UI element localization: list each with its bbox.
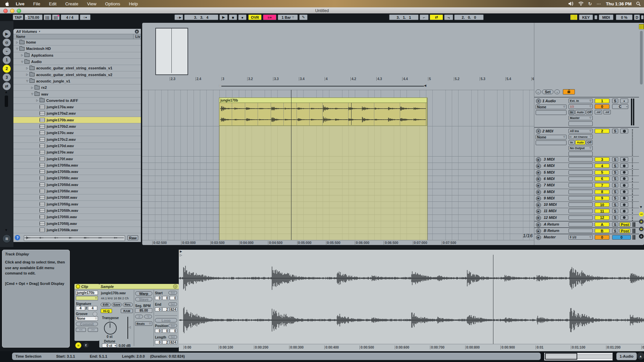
track-name[interactable]: 4 MIDI — [544, 164, 554, 168]
set-loop-end-button[interactable]: → — [554, 89, 560, 94]
punch-out-button[interactable]: ¬ — [444, 14, 453, 20]
halve-tempo-button[interactable]: :2 — [135, 315, 143, 318]
track-activator[interactable]: 8 — [595, 190, 609, 194]
track-header-3-midi[interactable]: ▶3 MIDI3S — [534, 156, 639, 163]
start-bars-field[interactable]: 0 — [155, 296, 162, 300]
beat-time-ruler[interactable]: 2.32.433.23.33.444.24.34.455.25.35.46 — [142, 76, 534, 82]
output-chooser[interactable]: Master▽ — [569, 116, 593, 120]
browser-item[interactable]: jungle170b2.wav — [13, 123, 141, 130]
track-name[interactable]: 8 MIDI — [544, 190, 554, 194]
commit-groove-button[interactable]: Commit — [76, 322, 98, 326]
solo-button[interactable]: S — [612, 164, 618, 168]
browser-item[interactable]: jungle170filli.wav — [13, 214, 141, 220]
post-toggle[interactable]: Post — [620, 222, 630, 227]
nudge-back-button[interactable]: << — [76, 328, 86, 332]
output-channel-field[interactable] — [569, 121, 593, 126]
track-header-a-return[interactable]: ▶A ReturnASPost — [534, 221, 639, 227]
device-browser-icon[interactable]: ▶ — [2, 29, 11, 38]
preview-headphone-icon[interactable]: ≋ — [2, 234, 11, 243]
collapsed-arrow-icon[interactable]: ▷ — [31, 86, 35, 89]
track-io-field[interactable] — [569, 157, 593, 162]
arm-midi-button[interactable] — [620, 170, 628, 175]
browser-item[interactable]: jungle170fille.wav — [13, 188, 141, 194]
collapsed-arrow-icon[interactable]: ▷ — [21, 54, 24, 57]
arm-midi-button[interactable] — [620, 183, 628, 187]
cue-volume-field[interactable]: 0 — [612, 235, 631, 240]
length-bars-field[interactable]: 0 — [155, 340, 162, 344]
volume-icon[interactable] — [569, 2, 574, 6]
loop-start-marker[interactable]: ▷ — [219, 84, 221, 87]
browser-item[interactable]: ▽Audio — [13, 59, 141, 65]
overdub-button[interactable]: OVR — [248, 14, 262, 20]
fold-track-icon[interactable]: ▶ — [536, 229, 541, 234]
browser-item[interactable]: jungle170c2.wav — [13, 136, 141, 143]
expanded-arrow-icon[interactable]: ▽ — [16, 47, 19, 50]
loop-toggle-button[interactable]: ⇄ — [430, 14, 443, 20]
returns-section-toggle[interactable]: R — [639, 219, 644, 224]
track-name[interactable]: 3 MIDI — [544, 157, 554, 161]
track-activator[interactable]: B — [595, 229, 609, 233]
scrub-area[interactable]: ▷ ◀ — [142, 83, 534, 90]
set-loop-start-button[interactable]: ← — [536, 89, 541, 94]
fold-track-icon[interactable]: ▶ — [536, 170, 541, 175]
track-io-field[interactable] — [569, 209, 593, 213]
midi-map-button[interactable]: MIDI — [599, 14, 613, 20]
key-map-button[interactable]: KEY — [579, 14, 593, 20]
follow-button[interactable]: →▶ — [174, 14, 183, 20]
midi-arrangement-overdub-button[interactable]: ≡+ — [263, 14, 276, 20]
menu-clock[interactable]: Thu 1:36 PM — [606, 1, 632, 6]
clip-overview-zoom-box[interactable] — [545, 353, 577, 360]
loop-brace[interactable] — [221, 86, 424, 86]
monitor-off-button[interactable]: Off — [586, 110, 593, 115]
clip-title-bar[interactable]: jungle170b — [219, 98, 427, 103]
end-sixteenths-field[interactable]: 824 — [170, 307, 177, 311]
collapsed-arrow-icon[interactable]: ▷ — [26, 73, 30, 76]
monitor-in-button[interactable]: In — [569, 140, 575, 145]
fold-track-icon[interactable]: ▶ — [536, 216, 541, 221]
raw-preview-button[interactable]: Raw — [127, 235, 138, 240]
solo-button[interactable]: S — [612, 170, 618, 175]
browser-item[interactable]: jungle170a2.wav — [13, 110, 141, 117]
collapsed-arrow-icon[interactable]: ▷ — [36, 99, 40, 102]
clip-color-chooser[interactable]: ▽ — [76, 296, 98, 300]
file-browser-1-icon[interactable]: 1 — [2, 56, 11, 64]
apple-menu-icon[interactable] — [5, 1, 9, 6]
tempo-field[interactable]: 170.00 — [24, 14, 43, 20]
arrangement-clip[interactable]: jungle170b — [219, 98, 427, 126]
browser-item[interactable]: jungle170fillj.wav — [13, 220, 141, 227]
browser-item[interactable]: jungle170filld.wav — [13, 182, 141, 188]
browser-item[interactable]: jungle170fillb.wav — [13, 169, 141, 175]
solo-button[interactable]: S — [612, 177, 618, 181]
input-channel-chooser[interactable]: 1/2▽ — [569, 104, 593, 109]
transpose-value[interactable]: 0 st — [107, 335, 112, 339]
reverse-sample-button[interactable]: Rev. — [123, 303, 133, 307]
search-icon[interactable]: ● — [135, 29, 139, 34]
vertical-scrollbar[interactable] — [640, 31, 643, 84]
clip-activator-icon[interactable] — [76, 284, 80, 289]
metronome-toggle[interactable]: ○● — [80, 14, 91, 20]
mixer-section-toggle[interactable]: M — [639, 227, 644, 231]
track-name[interactable]: 11 MIDI — [544, 209, 556, 213]
track-io-field[interactable] — [569, 202, 593, 207]
monitor-auto-button[interactable]: Auto — [575, 110, 585, 115]
sample-tab-icon[interactable]: ≋ — [75, 342, 82, 349]
arrangement-view[interactable]: 2.32.433.23.33.444.24.34.455.25.35.46 ▷ … — [142, 23, 534, 245]
track-activator[interactable]: 10 — [595, 202, 609, 207]
browser-item[interactable]: jungle170fillf.wav — [13, 194, 141, 201]
browser-item[interactable]: jungle170filla.wav — [13, 162, 141, 169]
fold-track-icon[interactable]: ▶ — [536, 196, 541, 201]
browser-item[interactable]: ▽acoustic_jungle_v1 — [13, 78, 141, 84]
length-beats-field[interactable]: 2 — [162, 340, 169, 344]
solo-button[interactable]: S — [612, 157, 618, 162]
time-signature-field[interactable]: 4 / 4 — [61, 14, 79, 20]
track-name[interactable]: 10 MIDI — [544, 202, 557, 206]
loop-start-field[interactable]: 3. 1. 1 — [389, 14, 419, 20]
arm-midi-button[interactable] — [620, 196, 628, 200]
browser-item[interactable]: ▷Converted to AIFF — [13, 98, 141, 104]
fold-track-icon[interactable]: ▶ — [536, 190, 541, 195]
warp-mode-chooser[interactable]: Beats▽ — [135, 321, 152, 326]
arm-midi-button[interactable] — [620, 190, 628, 194]
save-sample-button[interactable]: Save — [112, 303, 122, 307]
track-name[interactable]: A Return — [544, 222, 559, 226]
track-header-5-midi[interactable]: ▶5 MIDI5S — [534, 169, 639, 176]
